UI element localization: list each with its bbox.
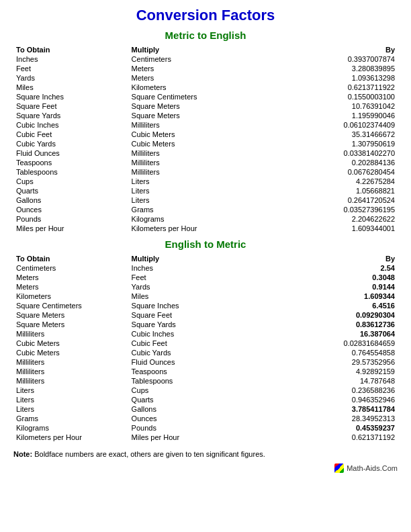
cell-multiply: Milliliters bbox=[129, 167, 275, 177]
table-row: Square Meters Square Feet 0.09290304 bbox=[13, 310, 398, 320]
cell-multiply: Square Inches bbox=[129, 301, 275, 310]
cell-to-obtain: Square Centimeters bbox=[13, 301, 129, 310]
table-row: Square Meters Square Yards 0.83612736 bbox=[13, 320, 398, 329]
table-row: Square Inches Square Centimeters 0.15500… bbox=[13, 92, 398, 101]
cell-by: 0.6213711922 bbox=[275, 83, 398, 92]
cell-to-obtain: Cubic Meters bbox=[13, 348, 129, 357]
cell-to-obtain: Kilometers per Hour bbox=[13, 433, 129, 442]
cell-to-obtain: Inches bbox=[13, 54, 129, 64]
table-row: Meters Yards 0.9144 bbox=[13, 282, 398, 292]
cell-multiply: Milliliters bbox=[129, 148, 275, 158]
cell-by: 1.05668821 bbox=[275, 186, 398, 195]
cell-multiply: Meters bbox=[129, 73, 275, 83]
cell-to-obtain: Meters bbox=[13, 282, 129, 292]
header-by-1: By bbox=[275, 45, 398, 54]
table-row: Cubic Meters Cubic Feet 0.02831684659 bbox=[13, 339, 398, 348]
header-to-obtain-1: To Obtain bbox=[13, 45, 129, 54]
table-row: Centimeters Inches 2.54 bbox=[13, 263, 398, 273]
cell-multiply: Kilometers bbox=[129, 83, 275, 92]
cell-by: 0.764554858 bbox=[275, 348, 398, 357]
cell-multiply: Cubic Meters bbox=[129, 139, 275, 148]
cell-by: 14.787648 bbox=[275, 376, 398, 386]
table-row: Tablespoons Milliliters 0.0676280454 bbox=[13, 167, 398, 177]
cell-multiply: Cubic Yards bbox=[129, 348, 275, 357]
table-row: Grams Ounces 28.34952313 bbox=[13, 414, 398, 423]
cell-by: 0.946352946 bbox=[275, 395, 398, 404]
table-row: Ounces Grams 0.03527396195 bbox=[13, 205, 398, 214]
cell-to-obtain: Miles bbox=[13, 83, 129, 92]
cell-to-obtain: Grams bbox=[13, 414, 129, 423]
header-multiply-1: Multiply bbox=[129, 45, 275, 54]
cell-by: 1.609344 bbox=[275, 292, 398, 301]
table-row: Kilometers per Hour Miles per Hour 0.621… bbox=[13, 433, 398, 442]
header-multiply-2: Multiply bbox=[129, 254, 275, 263]
cell-by: 29.57352956 bbox=[275, 357, 398, 367]
cell-by: 0.03527396195 bbox=[275, 205, 398, 214]
cell-by: 3.785411784 bbox=[275, 404, 398, 414]
cell-multiply: Feet bbox=[129, 273, 275, 282]
cell-to-obtain: Ounces bbox=[13, 205, 129, 214]
table-row: Miles Kilometers 0.6213711922 bbox=[13, 83, 398, 92]
table-row: Inches Centimeters 0.3937007874 bbox=[13, 54, 398, 64]
cell-to-obtain: Square Feet bbox=[13, 101, 129, 111]
cell-by: 0.3937007874 bbox=[275, 54, 398, 64]
cell-by: 1.307950619 bbox=[275, 139, 398, 148]
table-row: Teaspoons Milliliters 0.202884136 bbox=[13, 158, 398, 167]
section1-title: Metric to English bbox=[13, 30, 398, 41]
cell-multiply: Square Feet bbox=[129, 310, 275, 320]
cell-by: 0.83612736 bbox=[275, 320, 398, 329]
cell-by: 0.45359237 bbox=[275, 423, 398, 433]
cell-multiply: Grams bbox=[129, 205, 275, 214]
cell-to-obtain: Meters bbox=[13, 273, 129, 282]
cell-by: 0.236588236 bbox=[275, 386, 398, 395]
cell-by: 1.609344001 bbox=[275, 224, 398, 233]
logo-square bbox=[334, 463, 344, 473]
cell-by: 1.195990046 bbox=[275, 111, 398, 120]
cell-to-obtain: Teaspoons bbox=[13, 158, 129, 167]
cell-multiply: Miles per Hour bbox=[129, 433, 275, 442]
cell-to-obtain: Cups bbox=[13, 177, 129, 186]
footer-text: Math-Aids.Com bbox=[347, 464, 398, 472]
cell-by: 2.54 bbox=[275, 263, 398, 273]
table-row: Milliliters Teaspoons 4.92892159 bbox=[13, 367, 398, 376]
cell-to-obtain: Tablespoons bbox=[13, 167, 129, 177]
cell-multiply: Cubic Feet bbox=[129, 339, 275, 348]
cell-to-obtain: Milliliters bbox=[13, 376, 129, 386]
cell-multiply: Milliliters bbox=[129, 120, 275, 130]
cell-multiply: Miles bbox=[129, 292, 275, 301]
cell-to-obtain: Cubic Inches bbox=[13, 120, 129, 130]
cell-multiply: Meters bbox=[129, 64, 275, 73]
table-row: Yards Meters 1.093613298 bbox=[13, 73, 398, 83]
cell-multiply: Square Yards bbox=[129, 320, 275, 329]
cell-by: 1.093613298 bbox=[275, 73, 398, 83]
section2-title: English to Metric bbox=[13, 238, 398, 250]
cell-by: 0.2641720524 bbox=[275, 195, 398, 205]
cell-multiply: Fluid Ounces bbox=[129, 357, 275, 367]
cell-multiply: Gallons bbox=[129, 404, 275, 414]
cell-by: 0.03381402270 bbox=[275, 148, 398, 158]
table-row: Gallons Liters 0.2641720524 bbox=[13, 195, 398, 205]
cell-multiply: Cubic Inches bbox=[129, 329, 275, 339]
cell-by: 35.31466672 bbox=[275, 130, 398, 139]
cell-multiply: Cubic Meters bbox=[129, 130, 275, 139]
cell-to-obtain: Cubic Feet bbox=[13, 130, 129, 139]
table-row: Square Feet Square Meters 10.76391042 bbox=[13, 101, 398, 111]
cell-by: 0.02831684659 bbox=[275, 339, 398, 348]
cell-multiply: Kilograms bbox=[129, 214, 275, 224]
cell-multiply: Teaspoons bbox=[129, 367, 275, 376]
cell-to-obtain: Centimeters bbox=[13, 263, 129, 273]
footer: Math-Aids.Com bbox=[13, 463, 398, 473]
table-row: Cubic Feet Cubic Meters 35.31466672 bbox=[13, 130, 398, 139]
table-row: Feet Meters 3.280839895 bbox=[13, 64, 398, 73]
table-row: Milliliters Fluid Ounces 29.57352956 bbox=[13, 357, 398, 367]
cell-by: 0.0676280454 bbox=[275, 167, 398, 177]
cell-by: 0.3048 bbox=[275, 273, 398, 282]
cell-multiply: Liters bbox=[129, 186, 275, 195]
cell-multiply: Centimeters bbox=[129, 54, 275, 64]
cell-multiply: Pounds bbox=[129, 423, 275, 433]
cell-by: 2.204622622 bbox=[275, 214, 398, 224]
cell-by: 4.22675284 bbox=[275, 177, 398, 186]
metric-to-english-table: To Obtain Multiply By Inches Centimeters… bbox=[13, 45, 398, 233]
cell-by: 16.387064 bbox=[275, 329, 398, 339]
cell-to-obtain: Square Meters bbox=[13, 320, 129, 329]
